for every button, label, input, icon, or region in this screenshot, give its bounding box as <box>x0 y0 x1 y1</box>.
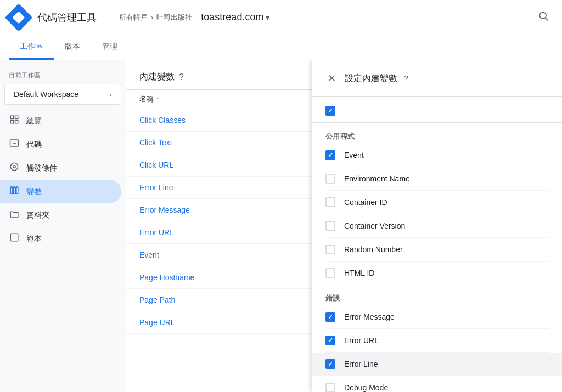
cb-label-error-url: Error URL <box>344 336 379 345</box>
template-icon <box>9 232 20 245</box>
sidebar-item-label-overview: 總覽 <box>26 116 42 126</box>
svg-rect-2 <box>10 116 13 118</box>
sidebar: 目前工作區 Default Workspace › 總覽 <box>0 60 126 392</box>
sidebar-section-label: 目前工作區 <box>0 65 126 82</box>
section-error-title: 錯誤 <box>312 285 562 305</box>
cb-label-error-message: Error Message <box>344 313 395 321</box>
breadcrumb-child: 吐司出版社 <box>156 13 192 22</box>
domain-chevron: ▾ <box>266 13 269 22</box>
checkbox-error-url[interactable] <box>325 336 335 345</box>
cb-label-container-id: Container ID <box>344 198 387 207</box>
tab-admin[interactable]: 管理 <box>91 35 128 60</box>
cb-row-html-id: HTML ID <box>325 262 549 285</box>
svg-line-1 <box>546 18 548 21</box>
content-title: 內建變數 <box>139 71 175 83</box>
app-title: 代碼管理工具 <box>37 11 97 24</box>
workspace-name: Default Workspace <box>14 90 78 99</box>
svg-rect-13 <box>10 234 18 241</box>
cb-row-error-line: Error Line <box>312 353 562 376</box>
checkbox-error-line[interactable] <box>325 359 335 369</box>
breadcrumb-parent: 所有帳戶 <box>119 13 148 22</box>
column-name-label: 名稱 ↑ <box>139 94 159 104</box>
section-error: Error Message Error URL Error Line Debug… <box>312 305 562 392</box>
tab-workspace[interactable]: 工作區 <box>9 35 54 60</box>
cb-label-error-line: Error Line <box>344 360 378 368</box>
panel-header: ✕ 設定內建變數 ? <box>312 60 562 97</box>
cb-label-random-number: Random Number <box>344 245 403 254</box>
sidebar-item-template[interactable]: 範本 <box>0 227 121 251</box>
svg-rect-3 <box>15 116 18 118</box>
panel-help-icon[interactable]: ? <box>404 74 408 83</box>
top-checkbox[interactable] <box>325 106 335 116</box>
svg-point-0 <box>539 12 546 19</box>
folder-icon <box>9 209 20 221</box>
checkbox-container-version[interactable] <box>325 221 335 231</box>
checkbox-env-name[interactable] <box>325 174 335 184</box>
cb-label-env-name: Environment Name <box>344 174 410 183</box>
sidebar-item-label-folder: 資料夾 <box>26 211 49 220</box>
section-utility: Event Environment Name Container ID Cont… <box>312 144 562 285</box>
tab-version[interactable]: 版本 <box>54 35 91 60</box>
sidebar-item-label-code: 代碼 <box>26 140 42 150</box>
svg-rect-10 <box>10 187 13 194</box>
cb-row-container-version: Container Version <box>325 214 549 238</box>
content-help-icon[interactable]: ? <box>179 72 184 82</box>
topbar: 代碼管理工具 所有帳戶 › 吐司出版社 toastread.com ▾ <box>0 0 562 35</box>
svg-rect-12 <box>16 187 18 194</box>
checkbox-random-number[interactable] <box>325 245 335 254</box>
sidebar-item-label-template: 範本 <box>26 234 42 244</box>
settings-panel: ✕ 設定內建變數 ? 公用程式 Event Environment Name <box>312 60 562 392</box>
svg-point-8 <box>10 163 18 171</box>
variable-icon <box>9 185 20 198</box>
top-checked-row <box>312 97 562 123</box>
workspace-selector[interactable]: Default Workspace › <box>4 84 121 105</box>
cb-label-html-id: HTML ID <box>344 269 374 277</box>
sidebar-item-code[interactable]: 代碼 <box>0 133 121 156</box>
breadcrumb-sep: › <box>151 13 153 21</box>
app-logo <box>5 3 33 31</box>
checkbox-event[interactable] <box>325 150 335 160</box>
workspace-chevron: › <box>109 90 112 99</box>
cb-row-debug-mode: Debug Mode <box>325 376 549 392</box>
search-button[interactable] <box>533 6 553 29</box>
panel-close-button[interactable]: ✕ <box>325 70 338 87</box>
checkbox-container-id[interactable] <box>325 197 335 207</box>
code-icon <box>9 138 20 151</box>
cb-row-event: Event <box>325 144 549 167</box>
content-area: 內建變數 ? 名稱 ↑ Click Classes Click Text Cli… <box>126 60 562 392</box>
overview-icon <box>9 115 20 127</box>
checkbox-html-id[interactable] <box>325 268 335 278</box>
checkbox-error-message[interactable] <box>325 312 335 322</box>
svg-rect-4 <box>10 121 13 123</box>
sidebar-item-overview[interactable]: 總覽 <box>0 109 121 133</box>
cb-row-random-number: Random Number <box>325 238 549 262</box>
sidebar-item-variable[interactable]: 變數 <box>0 180 121 203</box>
cb-row-error-url: Error URL <box>325 329 549 353</box>
nav-tabs: 工作區 版本 管理 <box>0 35 562 60</box>
section-utility-title: 公用程式 <box>312 123 562 144</box>
sort-icon: ↑ <box>156 95 159 103</box>
domain-selector[interactable]: toastread.com ▾ <box>201 12 269 23</box>
sidebar-nav: 總覽 代碼 觸發條件 <box>0 109 126 251</box>
cb-row-error-message: Error Message <box>325 305 549 329</box>
sidebar-item-label-trigger: 觸發條件 <box>26 163 57 173</box>
sidebar-item-label-variable: 變數 <box>26 187 42 197</box>
sidebar-item-trigger[interactable]: 觸發條件 <box>0 156 121 180</box>
breadcrumb: 所有帳戶 › 吐司出版社 <box>110 13 192 22</box>
panel-title: 設定內建變數 <box>345 73 397 84</box>
sidebar-item-folder[interactable]: 資料夾 <box>0 203 121 227</box>
main-layout: 目前工作區 Default Workspace › 總覽 <box>0 60 562 392</box>
cb-label-container-version: Container Version <box>344 221 405 230</box>
trigger-icon <box>9 162 20 174</box>
domain-name: toastread.com <box>201 12 263 23</box>
cb-label-event: Event <box>344 151 364 160</box>
cb-label-debug-mode: Debug Mode <box>344 383 388 392</box>
checkbox-debug-mode[interactable] <box>325 383 335 392</box>
svg-rect-11 <box>14 187 16 194</box>
svg-rect-5 <box>15 121 18 123</box>
svg-point-9 <box>13 166 16 168</box>
cb-row-container-id: Container ID <box>325 191 549 214</box>
cb-row-env-name: Environment Name <box>325 167 549 191</box>
